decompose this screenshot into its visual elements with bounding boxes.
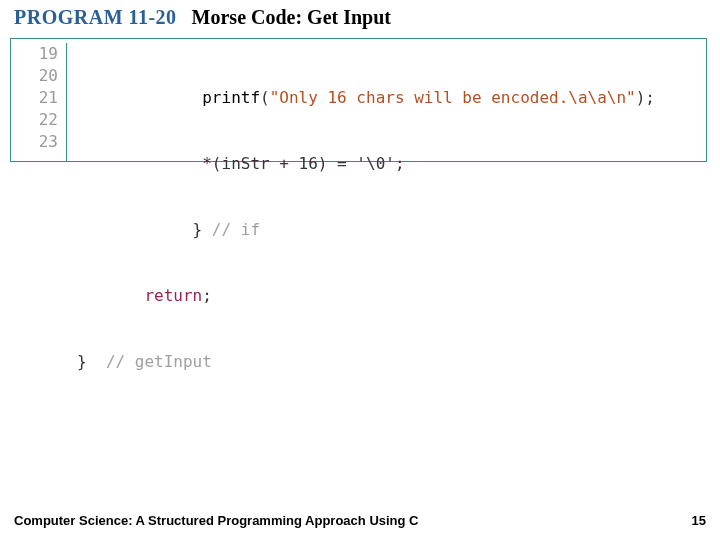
code-line: *(inStr + 16) = '\0'; [77,153,706,175]
code-body: printf("Only 16 chars will be encoded.\a… [67,43,706,161]
line-number: 19 [11,43,58,65]
code-token: ); [636,88,655,107]
slide-heading: PROGRAM 11-20 Morse Code: Get Input [14,6,391,29]
footer: Computer Science: A Structured Programmi… [14,513,706,528]
code-token: } [77,352,106,371]
footer-book: Computer Science: A Structured Programmi… [14,513,419,528]
code-token: "Only 16 chars will be encoded.\a\a\n" [270,88,636,107]
code-token: ; [202,286,212,305]
code-line: } // getInput [77,351,706,373]
line-number: 20 [11,65,58,87]
code-token: printf [202,88,260,107]
line-number: 22 [11,109,58,131]
code-token: // getInput [106,352,212,371]
code-token: *(inStr + 16) = '\0'; [202,154,404,173]
code-box: 19 20 21 22 23 printf("Only 16 chars wil… [10,38,707,162]
code-token: return [144,286,202,305]
program-title: Morse Code: Get Input [192,6,391,28]
code-line: } // if [77,219,706,241]
code-token: } [193,220,212,239]
code-token: ( [260,88,270,107]
line-number: 21 [11,87,58,109]
code-gutter: 19 20 21 22 23 [11,43,67,161]
code-line: return; [77,285,706,307]
code-token: // if [212,220,260,239]
line-number: 23 [11,131,58,153]
program-label: PROGRAM 11-20 [14,6,177,28]
footer-page: 15 [692,513,706,528]
code-line: printf("Only 16 chars will be encoded.\a… [77,87,706,109]
